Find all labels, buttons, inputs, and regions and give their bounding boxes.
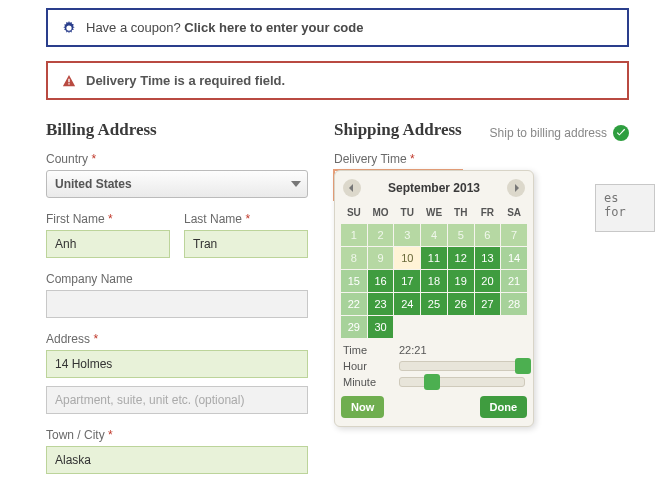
day-20[interactable]: 20 — [475, 270, 501, 292]
time-label: Time — [343, 344, 389, 356]
minute-label: Minute — [343, 376, 389, 388]
dow-SA: SA — [501, 203, 527, 222]
day-11[interactable]: 11 — [421, 247, 447, 269]
day-3: 3 — [394, 224, 420, 246]
order-notes-textarea[interactable] — [595, 184, 655, 232]
hour-thumb[interactable] — [515, 358, 531, 374]
dow-WE: WE — [421, 203, 447, 222]
day-15[interactable]: 15 — [341, 270, 367, 292]
datepicker-next[interactable] — [507, 179, 525, 197]
first-name-input[interactable] — [46, 230, 170, 258]
day-27[interactable]: 27 — [475, 293, 501, 315]
address-label: Address * — [46, 332, 308, 346]
address1-input[interactable] — [46, 350, 308, 378]
day-13[interactable]: 13 — [475, 247, 501, 269]
country-select[interactable]: United States — [46, 170, 308, 198]
coupon-notice[interactable]: Have a coupon? Click here to enter your … — [46, 8, 629, 47]
dow-TU: TU — [394, 203, 420, 222]
delivery-label: Delivery Time * — [334, 152, 629, 166]
day-10[interactable]: 10 — [394, 247, 420, 269]
billing-heading: Billing Address — [46, 120, 308, 140]
day-30[interactable]: 30 — [368, 316, 394, 338]
company-label: Company Name — [46, 272, 308, 286]
ship-to-billing-toggle[interactable]: Ship to billing address — [490, 125, 629, 141]
hour-slider[interactable] — [399, 361, 525, 371]
day-23[interactable]: 23 — [368, 293, 394, 315]
dow-MO: MO — [368, 203, 394, 222]
chevron-down-icon — [291, 181, 301, 187]
minute-thumb[interactable] — [424, 374, 440, 390]
last-name-label: Last Name * — [184, 212, 308, 226]
datepicker-prev[interactable] — [343, 179, 361, 197]
error-notice: Delivery Time is a required field. — [46, 61, 629, 100]
day-29[interactable]: 29 — [341, 316, 367, 338]
day-28[interactable]: 28 — [501, 293, 527, 315]
dow-TH: TH — [448, 203, 474, 222]
day-6: 6 — [475, 224, 501, 246]
dow-SU: SU — [341, 203, 367, 222]
warning-icon — [62, 74, 76, 88]
done-button[interactable]: Done — [480, 396, 528, 418]
day-9: 9 — [368, 247, 394, 269]
day-1: 1 — [341, 224, 367, 246]
day-7: 7 — [501, 224, 527, 246]
gear-icon — [62, 21, 76, 35]
day-25[interactable]: 25 — [421, 293, 447, 315]
day-19[interactable]: 19 — [448, 270, 474, 292]
shipping-heading: Shipping Address — [334, 120, 462, 140]
day-14[interactable]: 14 — [501, 247, 527, 269]
coupon-text: Have a coupon? Click here to enter your … — [86, 20, 363, 35]
day-26[interactable]: 26 — [448, 293, 474, 315]
town-input[interactable] — [46, 446, 308, 474]
day-8: 8 — [341, 247, 367, 269]
datepicker-title: September 2013 — [388, 181, 480, 195]
billing-column: Billing Address Country * United States … — [46, 114, 308, 474]
company-input[interactable] — [46, 290, 308, 318]
day-17[interactable]: 17 — [394, 270, 420, 292]
day-4: 4 — [421, 224, 447, 246]
shipping-column: Shipping Address Ship to billing address… — [334, 114, 629, 474]
minute-slider[interactable] — [399, 377, 525, 387]
country-label: Country * — [46, 152, 308, 166]
day-5: 5 — [448, 224, 474, 246]
day-12[interactable]: 12 — [448, 247, 474, 269]
time-value: 22:21 — [399, 344, 427, 356]
address2-input[interactable] — [46, 386, 308, 414]
hour-label: Hour — [343, 360, 389, 372]
day-24[interactable]: 24 — [394, 293, 420, 315]
error-text: Delivery Time is a required field. — [86, 73, 285, 88]
day-22[interactable]: 22 — [341, 293, 367, 315]
town-label: Town / City * — [46, 428, 308, 442]
day-18[interactable]: 18 — [421, 270, 447, 292]
day-16[interactable]: 16 — [368, 270, 394, 292]
day-21[interactable]: 21 — [501, 270, 527, 292]
dow-FR: FR — [475, 203, 501, 222]
datepicker: September 2013 SUMOTUWETHFRSA 1234567891… — [334, 170, 534, 427]
now-button[interactable]: Now — [341, 396, 384, 418]
day-2: 2 — [368, 224, 394, 246]
last-name-input[interactable] — [184, 230, 308, 258]
first-name-label: First Name * — [46, 212, 170, 226]
check-icon — [613, 125, 629, 141]
